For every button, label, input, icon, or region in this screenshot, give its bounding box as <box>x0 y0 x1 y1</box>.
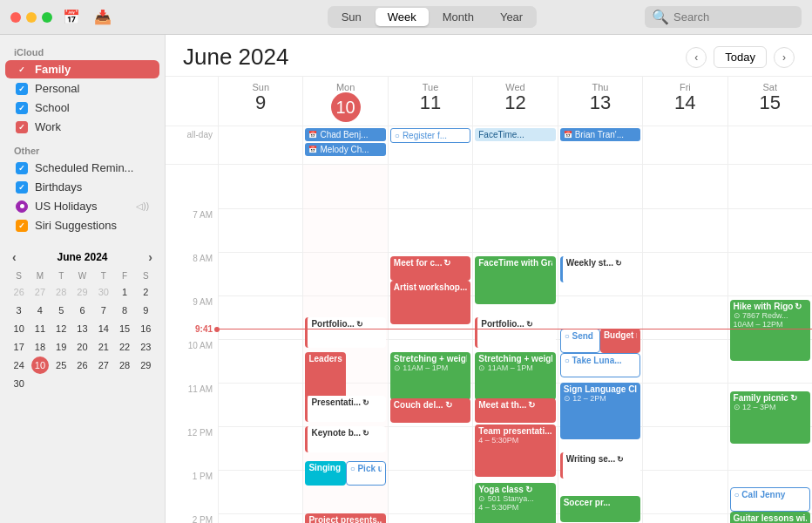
event-takeluna[interactable]: ○ Take Luna... <box>560 353 640 377</box>
mini-cal-day[interactable]: 14 <box>95 320 112 337</box>
allday-event-chad[interactable]: 📅 Chad Benj... <box>305 128 385 141</box>
school-checkbox[interactable]: ✓ <box>16 102 28 114</box>
minimize-button[interactable] <box>26 12 37 23</box>
mini-cal-next[interactable]: › <box>145 250 156 264</box>
day-col-sun <box>218 165 302 523</box>
mini-cal-day[interactable]: 29 <box>137 357 154 374</box>
mini-cal-day[interactable]: 10 <box>10 320 28 337</box>
event-soccer[interactable]: Soccer pr... <box>560 496 640 522</box>
mini-cal-day[interactable]: 3 <box>10 302 28 319</box>
event-title: Hike with Rigo ↻ <box>734 302 807 311</box>
sidebar-item-siri[interactable]: ✓ Siri Suggestions <box>5 216 159 234</box>
time-grid-scroll[interactable]: 7 AM 8 AM 9 AM 10 AM 11 AM 12 PM 1 PM 2 … <box>166 165 812 523</box>
mini-cal-day[interactable]: 18 <box>31 338 49 356</box>
event-picnic[interactable]: Family picnic ↻ ⊙ 12 – 3PM <box>730 391 810 444</box>
event-weekly[interactable]: Weekly st... ↻ <box>560 256 640 282</box>
siri-checkbox[interactable]: ✓ <box>16 220 28 232</box>
mini-cal-day[interactable]: 30 <box>95 283 112 301</box>
mini-cal-today[interactable]: 10 <box>31 357 49 374</box>
mini-cal-day[interactable]: 25 <box>52 357 70 374</box>
event-leadership[interactable]: Leadership skills work... ↻ <box>305 352 345 400</box>
mini-cal-day[interactable]: 11 <box>31 320 49 337</box>
tab-month[interactable]: Month <box>430 8 486 26</box>
sidebar-item-holidays[interactable]: US Holidays ◁)) <box>5 197 159 215</box>
mini-cal-day[interactable]: 9 <box>137 302 154 319</box>
reminders-checkbox[interactable]: ✓ <box>16 162 28 174</box>
mini-cal-day[interactable]: 24 <box>10 357 28 374</box>
mini-cal-day[interactable]: 19 <box>52 338 70 356</box>
mini-cal-day[interactable]: 26 <box>10 283 28 301</box>
event-meet[interactable]: Meet for c... ↻ <box>390 256 470 281</box>
tab-year[interactable]: Year <box>488 8 535 26</box>
mini-cal-prev[interactable]: ‹ <box>9 250 20 264</box>
sidebar-item-personal[interactable]: ✓ Personal <box>5 79 159 98</box>
event-couch[interactable]: Couch del... ↻ <box>390 398 470 423</box>
allday-event-register[interactable]: ○ Register f... <box>390 128 470 143</box>
cal-next-btn[interactable]: › <box>774 47 795 68</box>
event-signlang[interactable]: Sign Language Club ⊙ 12 – 2PM <box>560 383 640 439</box>
mini-cal-day[interactable]: 27 <box>95 357 112 374</box>
mini-cal-dh-s2: S <box>136 269 156 282</box>
personal-checkbox[interactable]: ✓ <box>16 83 28 95</box>
mini-cal-day[interactable]: 22 <box>116 338 133 356</box>
sidebar-item-work[interactable]: ✓ Work <box>5 118 159 136</box>
mini-cal-day[interactable]: 4 <box>31 302 49 319</box>
sidebar-item-school[interactable]: ✓ School <box>5 98 159 117</box>
mini-cal-day[interactable]: 5 <box>52 302 70 319</box>
tab-week[interactable]: Week <box>376 8 429 26</box>
event-callJenny[interactable]: ○ Call Jenny <box>730 487 810 512</box>
mini-cal-day[interactable]: 13 <box>73 320 91 337</box>
mini-cal-day[interactable]: 12 <box>52 320 70 337</box>
mini-cal-day[interactable]: 1 <box>116 283 133 301</box>
maximize-button[interactable] <box>42 12 52 23</box>
mini-cal-day[interactable]: 29 <box>73 283 91 301</box>
mini-cal-day[interactable]: 17 <box>10 338 28 356</box>
event-artist[interactable]: Artist workshop... ↻ <box>390 281 470 324</box>
family-checkbox[interactable]: ✓ <box>16 64 28 76</box>
allday-event-brian[interactable]: 📅 Brian Tran'... <box>560 128 640 141</box>
mini-cal-day[interactable]: 26 <box>73 357 91 374</box>
event-yoga[interactable]: Yoga class ↻ ⊙ 501 Stanya... 4 – 5:30PM <box>475 483 555 523</box>
mini-cal-day[interactable]: 28 <box>116 357 133 374</box>
today-button[interactable]: Today <box>714 46 767 68</box>
event-icon: 📅 <box>564 131 572 139</box>
mini-cal-day[interactable]: 20 <box>73 338 91 356</box>
day-header-wed: Wed 12 <box>472 77 557 126</box>
event-guitar[interactable]: Guitar lessons wi... <box>730 512 810 523</box>
work-checkbox[interactable]: ✓ <box>16 121 28 133</box>
mini-cal-day[interactable]: 7 <box>95 302 112 319</box>
mini-cal-day[interactable]: 23 <box>137 338 154 356</box>
sidebar-item-birthdays[interactable]: ✓ Birthdays <box>5 178 159 196</box>
event-stretching-wed[interactable]: Stretching + weights ↻ ⊙ 11AM – 1PM <box>475 352 555 400</box>
event-meet-at[interactable]: Meet at th... ↻ <box>475 398 555 423</box>
event-pickup[interactable]: ○ Pick up art... <box>346 461 386 486</box>
cal-prev-btn[interactable]: ‹ <box>686 47 707 68</box>
mini-cal-day[interactable]: 30 <box>10 375 28 392</box>
mini-cal-day[interactable]: 21 <box>95 338 112 356</box>
mini-cal-day[interactable]: 28 <box>52 283 70 301</box>
event-stretching-tue[interactable]: Stretching + weights ↻ ⊙ 11AM – 1PM <box>390 352 470 400</box>
tab-day[interactable]: Sun <box>329 8 374 26</box>
mini-cal-day[interactable]: 16 <box>137 320 154 337</box>
mini-cal-day[interactable]: 6 <box>73 302 91 319</box>
holidays-radio[interactable] <box>16 200 28 213</box>
sidebar-item-reminders[interactable]: ✓ Scheduled Remin... <box>5 159 159 177</box>
allday-event-melody[interactable]: 📅 Melody Ch... <box>305 143 385 156</box>
search-bar[interactable]: 🔍 <box>645 6 802 28</box>
event-project[interactable]: Project presents... <box>305 513 385 523</box>
event-team[interactable]: Team presentati... ↻ 4 – 5:30PM <box>475 425 555 477</box>
birthdays-checkbox[interactable]: ✓ <box>16 181 28 194</box>
mini-cal-day[interactable]: 2 <box>137 283 154 301</box>
mini-cal-day[interactable]: 8 <box>116 302 133 319</box>
event-presentati[interactable]: Presentati... ↻ <box>305 396 385 422</box>
event-keynote[interactable]: Keynote b... ↻ <box>305 426 385 452</box>
event-writing[interactable]: Writing se... ↻ <box>560 452 640 479</box>
mini-cal-day[interactable]: 27 <box>31 283 49 301</box>
event-facetime-wed[interactable]: FaceTime with Gran... ↻ <box>475 256 555 304</box>
close-button[interactable] <box>10 12 21 23</box>
allday-event-facetime[interactable]: FaceTime... <box>475 128 555 141</box>
sidebar-item-family[interactable]: ✓ Family <box>5 60 159 78</box>
event-singing[interactable]: Singing gr... <box>305 461 345 486</box>
search-input[interactable] <box>673 10 795 24</box>
mini-cal-day[interactable]: 15 <box>116 320 133 337</box>
